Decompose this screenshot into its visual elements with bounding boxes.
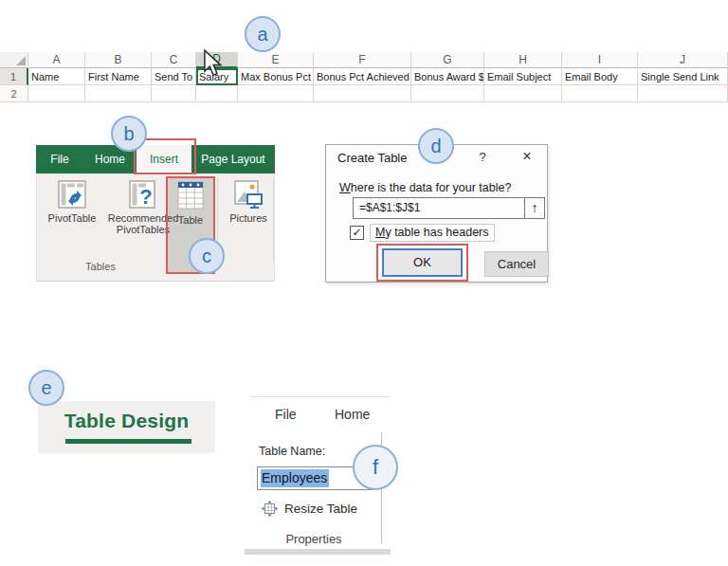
- cell-b1[interactable]: First Name: [85, 68, 152, 85]
- callout-b: b: [111, 116, 147, 152]
- pivottable-icon: [57, 179, 87, 210]
- close-icon[interactable]: ×: [518, 148, 537, 165]
- dialog-title: Create Table: [337, 151, 407, 165]
- create-table-dialog: Create Table ? × Where is the data for y…: [325, 144, 548, 283]
- cell-f2[interactable]: [314, 85, 411, 102]
- ribbon-snippet: File Home Insert Page Layout PivotTabl: [36, 145, 275, 282]
- cell-j1[interactable]: Single Send Link: [638, 68, 728, 85]
- cell-i2[interactable]: [562, 85, 638, 102]
- row-number-1[interactable]: 1: [0, 68, 28, 85]
- selected-text: Employees: [261, 469, 329, 487]
- resize-table-button[interactable]: Resize Table: [262, 501, 357, 517]
- column-header-row: A B C D E F G H I J: [0, 52, 728, 68]
- headers-checkbox[interactable]: ✓: [350, 226, 364, 240]
- cancel-button[interactable]: Cancel: [484, 251, 549, 277]
- resize-table-icon: [262, 501, 278, 517]
- row-number-2[interactable]: 2: [0, 85, 28, 102]
- column-header-g[interactable]: G: [411, 52, 484, 68]
- column-header-j[interactable]: J: [638, 52, 728, 68]
- sheet-row-2: 2: [0, 85, 728, 102]
- cell-c1[interactable]: Send To: [152, 68, 196, 85]
- cell-h1[interactable]: Email Subject: [484, 68, 562, 85]
- svg-text:?: ?: [139, 185, 152, 209]
- cell-c2[interactable]: [152, 85, 196, 102]
- pivottable-button[interactable]: PivotTable: [37, 179, 107, 224]
- pivottable-label: PivotTable: [48, 212, 97, 224]
- callout-c: c: [189, 238, 225, 274]
- select-all-corner[interactable]: [0, 52, 28, 68]
- cell-i1[interactable]: Email Body: [562, 68, 638, 85]
- column-header-c[interactable]: C: [152, 52, 196, 68]
- tables-group-label: Tables: [72, 261, 129, 272]
- table-name-label: Table Name:: [259, 445, 325, 458]
- cell-b2[interactable]: [85, 85, 152, 102]
- tab-file[interactable]: File: [36, 145, 83, 173]
- panel-tab-home[interactable]: Home: [335, 407, 370, 422]
- callout-e: e: [28, 370, 64, 406]
- ribbon-body: PivotTable ? Recommended PivotTables: [36, 173, 275, 282]
- tutorial-canvas: A B C D E F G H I J 1 Name First Name Se…: [0, 0, 728, 566]
- cell-e2[interactable]: [238, 85, 314, 102]
- recommended-pivottables-icon: ?: [128, 179, 158, 210]
- headers-checkbox-label[interactable]: My table has headers: [370, 224, 495, 242]
- pictures-label: Pictures: [229, 212, 267, 224]
- range-picker-button[interactable]: ↑: [525, 197, 545, 219]
- sheet-row-1: 1 Name First Name Send To Salary Max Bon…: [0, 68, 728, 85]
- cell-g1[interactable]: Bonus Award $: [411, 68, 484, 85]
- cell-j2[interactable]: [638, 85, 728, 102]
- cell-d2[interactable]: [196, 85, 238, 102]
- panel-bottom-bar: [245, 549, 391, 555]
- column-header-f[interactable]: F: [314, 52, 411, 68]
- table-design-underline: [65, 439, 191, 444]
- spreadsheet: A B C D E F G H I J 1 Name First Name Se…: [0, 52, 728, 102]
- annotation-box-ok: [376, 244, 468, 282]
- collapse-up-icon: ↑: [532, 200, 538, 215]
- properties-group-label: Properties: [251, 532, 376, 546]
- cell-h2[interactable]: [484, 85, 562, 102]
- callout-f: f: [353, 445, 398, 490]
- checkmark-icon: ✓: [352, 226, 361, 239]
- cell-a2[interactable]: [28, 85, 85, 102]
- table-design-tab[interactable]: Table Design: [38, 401, 215, 453]
- cursor-icon: [202, 49, 223, 78]
- panel-tab-file[interactable]: File: [275, 407, 297, 422]
- cell-f1[interactable]: Bonus Pct Achieved: [314, 68, 411, 85]
- column-header-a[interactable]: A: [28, 52, 85, 68]
- cell-e1[interactable]: Max Bonus Pct: [238, 68, 314, 85]
- callout-a: a: [245, 16, 281, 52]
- cell-a1[interactable]: Name: [28, 68, 85, 85]
- callout-d: d: [418, 128, 454, 164]
- pictures-icon: [232, 179, 264, 210]
- column-header-h[interactable]: H: [484, 52, 562, 68]
- pictures-button[interactable]: Pictures: [223, 179, 274, 224]
- cell-g2[interactable]: [411, 85, 484, 102]
- help-icon[interactable]: ?: [474, 150, 491, 164]
- column-header-i[interactable]: I: [562, 52, 638, 68]
- column-header-b[interactable]: B: [85, 52, 152, 68]
- table-range-input[interactable]: =$A$1:$J$1: [353, 197, 525, 219]
- column-header-e[interactable]: E: [238, 52, 314, 68]
- dialog-prompt: Where is the data for your table?: [339, 181, 511, 194]
- resize-table-label: Resize Table: [284, 502, 357, 516]
- tab-page-layout[interactable]: Page Layout: [191, 145, 275, 173]
- table-design-label: Table Design: [38, 410, 215, 432]
